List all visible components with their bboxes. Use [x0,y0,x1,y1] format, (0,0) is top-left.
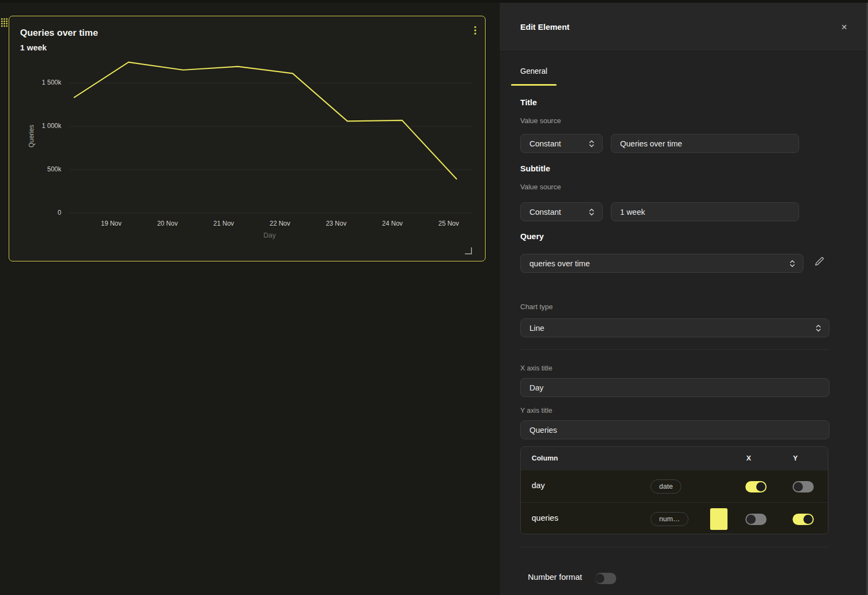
title-value-source-label: Value source [520,117,561,125]
columns-table-header: Column X Y [521,447,828,470]
chevron-up-down-icon [589,208,595,216]
column-name: day [532,481,545,490]
toggle-knob [794,482,803,491]
column-name: queries [532,513,558,522]
close-icon: ✕ [841,23,847,31]
data-line [74,62,457,180]
close-button[interactable]: ✕ [838,21,850,33]
x-tick-label: 24 Nov [369,220,415,227]
chart-card-subtitle: 1 week [20,43,47,52]
tab-active-underline [511,84,557,86]
x-tick-label: 21 Nov [201,220,246,227]
card-menu-button[interactable] [472,24,478,36]
column-type-badge: num… [650,512,688,526]
drag-handle-icon[interactable] [1,17,8,30]
y-axis-title-label: Y axis title [520,406,552,414]
column-header: Column [532,454,558,462]
edit-element-panel: Edit Element ✕ General Title Value sourc… [499,0,868,595]
x-tick-label: 23 Nov [314,220,359,227]
y-toggle[interactable] [793,514,814,525]
toggle-knob [595,574,604,583]
edit-query-button[interactable] [813,255,825,267]
subtitle-source-select[interactable]: Constant [520,202,603,221]
chevron-up-down-icon [589,140,595,148]
kebab-menu-icon [474,25,477,35]
y-header: Y [784,454,806,462]
section-divider [520,349,829,350]
resize-handle[interactable] [465,247,472,254]
chart-type-select[interactable]: Line [520,318,829,337]
app-window: Queries over time 1 week 0500k1 000k1 50… [0,0,868,595]
title-source-select[interactable]: Constant [520,134,603,153]
toggle-knob [803,515,813,524]
section-divider [520,547,828,547]
title-value-input[interactable] [611,134,799,153]
x-tick-label: 19 Nov [88,220,134,227]
series-color-swatch[interactable] [710,508,727,530]
toggle-knob [746,515,756,524]
table-row: daydate [521,470,828,502]
dashboard-canvas: Queries over time 1 week 0500k1 000k1 50… [0,0,499,595]
y-toggle[interactable] [793,481,814,492]
x-axis-title-input[interactable] [520,378,829,397]
query-section-heading: Query [520,232,544,241]
chart-card-title: Queries over time [20,28,98,39]
x-tick-label: 22 Nov [257,220,303,227]
x-toggle[interactable] [745,481,767,492]
x-header: X [738,454,760,462]
number-format-label: Number format [528,572,582,581]
x-tick-label: 20 Nov [145,220,190,227]
table-row: queriesnum… [521,502,828,534]
chevron-up-down-icon [789,260,795,267]
top-bar [0,0,868,3]
chart-type-label: Chart type [520,303,553,311]
y-axis-title: Queries [28,95,36,177]
x-toggle[interactable] [745,514,767,525]
subtitle-section-heading: Subtitle [520,164,550,173]
columns-table: Column X Y daydatequeriesnum… [520,446,828,534]
x-axis-title: Day [242,231,297,239]
chart-card[interactable]: Queries over time 1 week 0500k1 000k1 50… [9,16,486,261]
title-section-heading: Title [520,98,537,107]
subtitle-value-input[interactable] [611,202,799,221]
x-tick-label: 25 Nov [426,220,471,227]
y-tick-label: 0 [9,209,61,216]
x-axis-title-label: X axis title [520,364,552,372]
pencil-icon [814,257,824,266]
subtitle-value-source-label: Value source [520,183,561,191]
tab-general[interactable]: General [511,67,557,75]
column-type-badge: date [650,479,681,494]
y-axis-title-input[interactable] [520,420,829,439]
query-select[interactable]: queries over time [520,254,803,273]
y-tick-label: 1 500k [9,79,61,86]
panel-title: Edit Element [520,22,570,31]
chevron-up-down-icon [815,324,821,332]
number-format-toggle[interactable] [595,573,616,584]
toggle-knob [756,482,765,491]
